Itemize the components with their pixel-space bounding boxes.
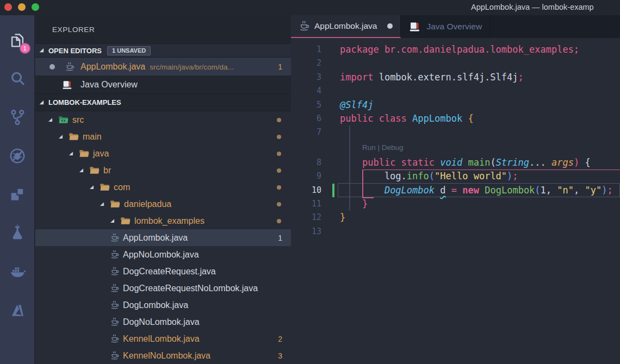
java-file-icon — [110, 317, 119, 327]
folder-icon — [58, 115, 69, 124]
java-file-icon — [110, 351, 119, 360]
activity-item-search[interactable] — [0, 59, 35, 98]
modified-dot — [277, 185, 281, 190]
tree-item-label: DogCreateRequest.java — [123, 267, 216, 277]
tree-item-lombok-examples[interactable]: ◢lombok_examples — [35, 212, 291, 229]
activity-item-extensions[interactable] — [0, 175, 35, 214]
activity-item-source-control[interactable] — [0, 98, 35, 136]
code-line-9: 9 log.info("Hello world"); — [291, 170, 620, 183]
open-editor-item[interactable]: AppLombok.javasrc/main/java/br/com/da...… — [35, 58, 291, 76]
activity-item-test-flask[interactable] — [0, 214, 35, 252]
tree-item-java[interactable]: ◢java — [35, 145, 291, 162]
open-editor-item[interactable]: Java Overview — [35, 76, 291, 93]
tree-item-doglombok-java[interactable]: DogLombok.java — [35, 297, 291, 313]
activity-item-azure[interactable] — [0, 291, 35, 329]
modified-dot — [277, 135, 281, 139]
tree-item-label: KennelLombok.java — [123, 334, 200, 344]
code-line-13: 13 — [291, 225, 620, 239]
chevron-expanded-icon: ◢ — [110, 218, 119, 223]
line-number[interactable]: 4 — [291, 84, 321, 98]
overview-icon — [408, 20, 421, 33]
explorer-sidebar: EXPLORER ◢ OPEN EDITORS 1 UNSAVED AppLom… — [35, 15, 291, 364]
modified-dot — [277, 152, 281, 156]
activity-item-debug-disabled[interactable] — [0, 136, 35, 175]
java-file-icon — [110, 284, 119, 293]
debug-disabled-icon — [8, 147, 27, 165]
open-editors-header[interactable]: ◢ OPEN EDITORS 1 UNSAVED — [35, 43, 291, 58]
tree-item-appnolombok-java[interactable]: AppNoLombok.java — [35, 246, 291, 263]
open-editor-label: AppLombok.javasrc/main/java/br/com/da... — [80, 62, 234, 72]
tree-item-danielpadua[interactable]: ◢danielpadua — [35, 196, 291, 212]
docker-icon — [8, 262, 27, 281]
code-line-6: 6public class AppLombok { — [291, 112, 620, 125]
code-line-10: 10 DogLombok d = new DogLombok(1, "n", "… — [291, 184, 620, 197]
tab-java-overview[interactable]: Java Overview — [401, 15, 490, 38]
open-editor-path: src/main/java/br/com/da... — [150, 63, 234, 71]
code-editor[interactable]: 1package br.com.danielpadua.lombok_examp… — [291, 38, 620, 364]
activity-item-docker[interactable] — [0, 252, 35, 291]
line-number[interactable]: 5 — [291, 98, 321, 112]
activity-item-explorer[interactable]: 1 — [0, 21, 35, 59]
tree-item-com[interactable]: ◢com — [35, 179, 291, 196]
tab-label: Java Overview — [426, 22, 482, 32]
java-file-icon — [110, 250, 119, 259]
tree-item-dognolombok-java[interactable]: DogNoLombok.java — [35, 313, 291, 330]
line-number[interactable]: 7 — [291, 125, 321, 139]
line-number[interactable]: 2 — [291, 57, 321, 70]
editor-tab-bar: AppLombok.javaJava Overview — [291, 15, 620, 38]
codelens-run-link[interactable]: Run — [362, 143, 376, 152]
tree-item-kennellombok-java[interactable]: KennelLombok.java2 — [35, 330, 291, 347]
tree-item-br[interactable]: ◢br — [35, 162, 291, 179]
zoom-window-button[interactable] — [32, 3, 39, 11]
tree-item-label: src — [72, 115, 84, 125]
tree-item-src[interactable]: ◢src — [35, 111, 291, 128]
line-number[interactable]: 12 — [291, 211, 321, 224]
tree-item-dogcreaterequestnolombok-java[interactable]: DogCreateRequestNoLombok.java — [35, 280, 291, 297]
close-window-button[interactable] — [4, 3, 12, 11]
modified-dot — [277, 219, 281, 223]
problem-count-badge: 1 — [278, 62, 282, 71]
activity-bar: 1 — [0, 15, 35, 364]
line-number[interactable]: 11 — [291, 197, 321, 211]
tab-applombok-java[interactable]: AppLombok.java — [291, 15, 401, 38]
line-number[interactable]: 9 — [291, 170, 321, 183]
line-number[interactable]: 13 — [291, 225, 321, 239]
tree-item-kennelnolombok-java[interactable]: KennelNoLombok.java3 — [35, 347, 291, 364]
java-file-icon — [110, 300, 119, 310]
java-file-icon — [110, 334, 119, 343]
minimize-window-button[interactable] — [18, 3, 26, 11]
tree-item-label: DogCreateRequestNoLombok.java — [123, 284, 258, 293]
code-line-3: 3import lombok.extern.slf4j.Slf4j; — [291, 71, 620, 84]
tree-item-label: main — [83, 132, 102, 142]
chevron-expanded-icon: ◢ — [69, 150, 78, 156]
folder-icon — [110, 199, 120, 209]
folder-icon — [79, 149, 89, 158]
tree-item-dogcreaterequest-java[interactable]: DogCreateRequest.java — [35, 263, 291, 280]
project-name-label: LOMBOK-EXAMPLES — [48, 98, 121, 106]
open-editors-list: AppLombok.javasrc/main/java/br/com/da...… — [35, 58, 291, 93]
line-number[interactable]: 10 — [291, 184, 321, 197]
codelens-debug-link[interactable]: Debug — [382, 143, 404, 152]
java-file-icon — [110, 233, 119, 242]
line-number[interactable]: 8 — [291, 156, 321, 170]
project-section-header[interactable]: ◢ LOMBOK-EXAMPLES — [35, 93, 291, 111]
line-number[interactable]: 6 — [291, 112, 321, 125]
modified-dot — [277, 168, 281, 173]
problem-count-badge: 3 — [278, 352, 282, 360]
chevron-expanded-icon: ◢ — [40, 47, 48, 53]
problem-count-badge: 2 — [278, 335, 282, 343]
tree-item-label: br — [103, 166, 111, 175]
line-number[interactable]: 3 — [291, 71, 321, 84]
code-line-1: 1package br.com.danielpadua.lombok_examp… — [291, 43, 620, 57]
tree-item-applombok-java[interactable]: AppLombok.java1 — [35, 229, 291, 246]
dirty-tab-dot[interactable] — [387, 23, 393, 29]
line-number[interactable]: 1 — [291, 43, 321, 57]
code-line-11: 11 } — [291, 197, 620, 211]
tree-item-label: KennelNoLombok.java — [123, 351, 210, 361]
tree-item-label: danielpadua — [124, 199, 171, 209]
window-title: AppLombok.java — lombok-examp — [471, 3, 594, 11]
problem-count-badge: 1 — [278, 234, 282, 242]
tree-item-main[interactable]: ◢main — [35, 128, 291, 145]
source-control-icon — [8, 108, 27, 127]
code-line-2: 2 — [291, 57, 620, 70]
